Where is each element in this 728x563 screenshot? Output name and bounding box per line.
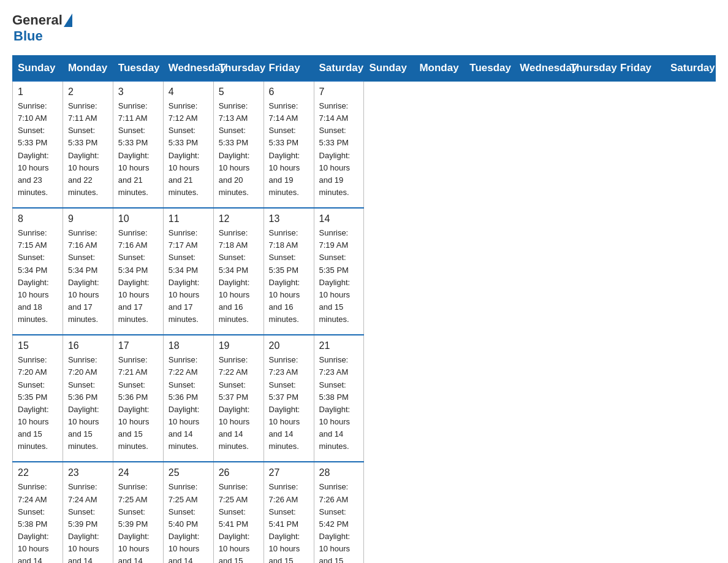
col-header-monday: Monday xyxy=(414,56,464,82)
day-info: Sunrise: 7:25 AM Sunset: 5:39 PM Dayligh… xyxy=(118,481,158,563)
header-sunday: Sunday xyxy=(13,56,63,82)
calendar-day-23: 23 Sunrise: 7:24 AM Sunset: 5:39 PM Dayl… xyxy=(63,462,113,563)
day-number: 25 xyxy=(169,467,208,478)
calendar-day-20: 20 Sunrise: 7:23 AM Sunset: 5:37 PM Dayl… xyxy=(264,335,314,462)
calendar-day-21: 21 Sunrise: 7:23 AM Sunset: 5:38 PM Dayl… xyxy=(314,335,364,462)
logo: General Blue xyxy=(12,12,74,44)
day-info: Sunrise: 7:17 AM Sunset: 5:34 PM Dayligh… xyxy=(169,227,208,326)
logo-blue: Blue xyxy=(13,28,43,44)
calendar-day-17: 17 Sunrise: 7:21 AM Sunset: 5:36 PM Dayl… xyxy=(113,335,163,462)
calendar-day-10: 10 Sunrise: 7:16 AM Sunset: 5:34 PM Dayl… xyxy=(113,208,163,335)
day-number: 19 xyxy=(219,340,259,351)
header-monday: Monday xyxy=(63,56,113,82)
col-header-saturday: Saturday xyxy=(665,56,715,82)
day-number: 10 xyxy=(118,213,158,224)
calendar-day-5: 5 Sunrise: 7:13 AM Sunset: 5:33 PM Dayli… xyxy=(213,81,264,208)
day-info: Sunrise: 7:26 AM Sunset: 5:41 PM Dayligh… xyxy=(269,481,309,563)
page-header: General Blue xyxy=(12,12,716,44)
calendar-day-8: 8 Sunrise: 7:15 AM Sunset: 5:34 PM Dayli… xyxy=(13,208,63,335)
day-info: Sunrise: 7:24 AM Sunset: 5:39 PM Dayligh… xyxy=(68,481,108,563)
calendar-day-1: 1 Sunrise: 7:10 AM Sunset: 5:33 PM Dayli… xyxy=(13,81,63,208)
calendar-header-row: SundayMondayTuesdayWednesdayThursdayFrid… xyxy=(13,56,716,82)
calendar-day-9: 9 Sunrise: 7:16 AM Sunset: 5:34 PM Dayli… xyxy=(63,208,113,335)
calendar-day-14: 14 Sunrise: 7:19 AM Sunset: 5:35 PM Dayl… xyxy=(314,208,364,335)
day-info: Sunrise: 7:23 AM Sunset: 5:38 PM Dayligh… xyxy=(319,354,359,453)
day-number: 17 xyxy=(118,340,158,351)
calendar-table: SundayMondayTuesdayWednesdayThursdayFrid… xyxy=(12,55,716,563)
calendar-day-4: 4 Sunrise: 7:12 AM Sunset: 5:33 PM Dayli… xyxy=(163,81,213,208)
logo-text: General xyxy=(12,12,74,28)
day-info: Sunrise: 7:18 AM Sunset: 5:34 PM Dayligh… xyxy=(219,227,259,326)
day-info: Sunrise: 7:26 AM Sunset: 5:42 PM Dayligh… xyxy=(319,481,359,563)
day-number: 22 xyxy=(18,467,58,478)
day-number: 16 xyxy=(68,340,108,351)
calendar-day-24: 24 Sunrise: 7:25 AM Sunset: 5:39 PM Dayl… xyxy=(113,462,163,563)
day-number: 4 xyxy=(169,86,208,98)
calendar-day-15: 15 Sunrise: 7:20 AM Sunset: 5:35 PM Dayl… xyxy=(13,335,63,462)
day-info: Sunrise: 7:19 AM Sunset: 5:35 PM Dayligh… xyxy=(319,227,359,326)
logo-general: General xyxy=(12,12,63,28)
col-header-thursday: Thursday xyxy=(565,56,615,82)
day-number: 14 xyxy=(319,213,359,224)
day-info: Sunrise: 7:16 AM Sunset: 5:34 PM Dayligh… xyxy=(118,227,158,326)
header-tuesday: Tuesday xyxy=(113,56,163,82)
col-header-friday: Friday xyxy=(615,56,665,82)
day-number: 2 xyxy=(68,86,108,98)
day-number: 28 xyxy=(319,467,359,478)
calendar-week-4: 22 Sunrise: 7:24 AM Sunset: 5:38 PM Dayl… xyxy=(13,462,716,563)
header-saturday: Saturday xyxy=(314,56,364,82)
day-info: Sunrise: 7:15 AM Sunset: 5:34 PM Dayligh… xyxy=(18,227,58,326)
logo-triangle-icon xyxy=(64,13,72,27)
calendar-day-18: 18 Sunrise: 7:22 AM Sunset: 5:36 PM Dayl… xyxy=(163,335,213,462)
header-friday: Friday xyxy=(264,56,314,82)
day-info: Sunrise: 7:16 AM Sunset: 5:34 PM Dayligh… xyxy=(68,227,108,326)
day-number: 26 xyxy=(219,467,259,478)
calendar-week-3: 15 Sunrise: 7:20 AM Sunset: 5:35 PM Dayl… xyxy=(13,335,716,462)
day-info: Sunrise: 7:20 AM Sunset: 5:36 PM Dayligh… xyxy=(68,354,108,453)
calendar-day-11: 11 Sunrise: 7:17 AM Sunset: 5:34 PM Dayl… xyxy=(163,208,213,335)
day-info: Sunrise: 7:14 AM Sunset: 5:33 PM Dayligh… xyxy=(269,100,309,199)
calendar-day-26: 26 Sunrise: 7:25 AM Sunset: 5:41 PM Dayl… xyxy=(213,462,264,563)
calendar-day-7: 7 Sunrise: 7:14 AM Sunset: 5:33 PM Dayli… xyxy=(314,81,364,208)
day-number: 5 xyxy=(219,86,259,98)
calendar-day-12: 12 Sunrise: 7:18 AM Sunset: 5:34 PM Dayl… xyxy=(213,208,264,335)
day-number: 15 xyxy=(18,340,58,351)
day-info: Sunrise: 7:22 AM Sunset: 5:36 PM Dayligh… xyxy=(169,354,208,453)
day-number: 7 xyxy=(319,86,359,98)
calendar-week-1: 1 Sunrise: 7:10 AM Sunset: 5:33 PM Dayli… xyxy=(13,81,716,208)
calendar-week-2: 8 Sunrise: 7:15 AM Sunset: 5:34 PM Dayli… xyxy=(13,208,716,335)
day-number: 21 xyxy=(319,340,359,351)
day-number: 23 xyxy=(68,467,108,478)
day-number: 18 xyxy=(169,340,208,351)
calendar-day-6: 6 Sunrise: 7:14 AM Sunset: 5:33 PM Dayli… xyxy=(264,81,314,208)
day-number: 24 xyxy=(118,467,158,478)
day-info: Sunrise: 7:13 AM Sunset: 5:33 PM Dayligh… xyxy=(219,100,259,199)
day-number: 3 xyxy=(118,86,158,98)
day-number: 27 xyxy=(269,467,309,478)
day-number: 20 xyxy=(269,340,309,351)
day-info: Sunrise: 7:24 AM Sunset: 5:38 PM Dayligh… xyxy=(18,481,58,563)
header-wednesday: Wednesday xyxy=(163,56,213,82)
calendar-day-13: 13 Sunrise: 7:18 AM Sunset: 5:35 PM Dayl… xyxy=(264,208,314,335)
calendar-day-27: 27 Sunrise: 7:26 AM Sunset: 5:41 PM Dayl… xyxy=(264,462,314,563)
day-number: 13 xyxy=(269,213,309,224)
calendar-day-28: 28 Sunrise: 7:26 AM Sunset: 5:42 PM Dayl… xyxy=(314,462,364,563)
day-info: Sunrise: 7:14 AM Sunset: 5:33 PM Dayligh… xyxy=(319,100,359,199)
day-info: Sunrise: 7:25 AM Sunset: 5:41 PM Dayligh… xyxy=(219,481,259,563)
day-number: 11 xyxy=(169,213,208,224)
calendar-day-16: 16 Sunrise: 7:20 AM Sunset: 5:36 PM Dayl… xyxy=(63,335,113,462)
day-number: 12 xyxy=(219,213,259,224)
calendar-day-2: 2 Sunrise: 7:11 AM Sunset: 5:33 PM Dayli… xyxy=(63,81,113,208)
calendar-day-3: 3 Sunrise: 7:11 AM Sunset: 5:33 PM Dayli… xyxy=(113,81,163,208)
day-info: Sunrise: 7:23 AM Sunset: 5:37 PM Dayligh… xyxy=(269,354,309,453)
col-header-wednesday: Wednesday xyxy=(515,56,565,82)
day-info: Sunrise: 7:20 AM Sunset: 5:35 PM Dayligh… xyxy=(18,354,58,453)
day-info: Sunrise: 7:22 AM Sunset: 5:37 PM Dayligh… xyxy=(219,354,259,453)
day-info: Sunrise: 7:21 AM Sunset: 5:36 PM Dayligh… xyxy=(118,354,158,453)
day-info: Sunrise: 7:18 AM Sunset: 5:35 PM Dayligh… xyxy=(269,227,309,326)
day-info: Sunrise: 7:10 AM Sunset: 5:33 PM Dayligh… xyxy=(18,100,58,199)
col-header-sunday: Sunday xyxy=(364,56,414,82)
day-info: Sunrise: 7:25 AM Sunset: 5:40 PM Dayligh… xyxy=(169,481,208,563)
calendar-day-22: 22 Sunrise: 7:24 AM Sunset: 5:38 PM Dayl… xyxy=(13,462,63,563)
col-header-tuesday: Tuesday xyxy=(464,56,515,82)
